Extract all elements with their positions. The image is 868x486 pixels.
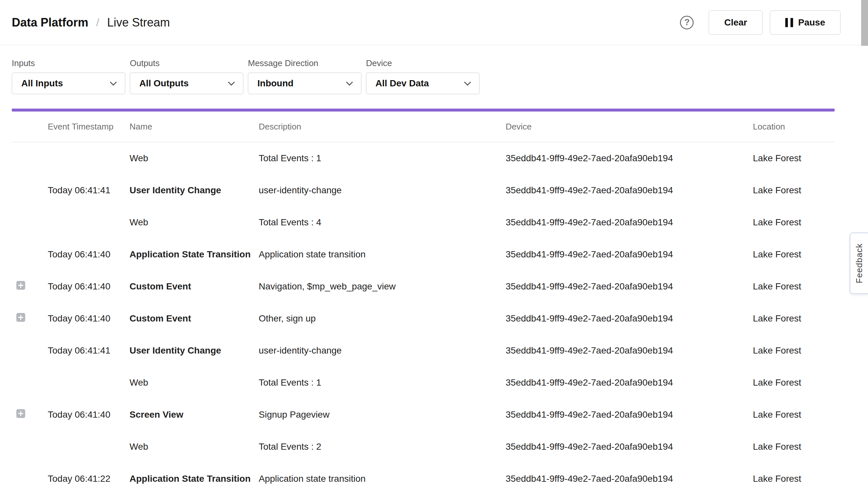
cell-device: 35eddb41-9ff9-49e2-7aed-20afa90eb194: [506, 281, 753, 292]
cell-description: Navigation, $mp_web_page_view: [259, 281, 506, 292]
chevron-down-icon: [346, 79, 353, 86]
column-event-timestamp: Event Timestamp: [48, 122, 129, 132]
accent-bar: [12, 109, 835, 112]
expand-plus-icon[interactable]: [17, 281, 25, 290]
scrollbar-thumb[interactable]: [861, 0, 868, 46]
cell-name: Web: [129, 442, 259, 452]
cell-location: Lake Forest: [753, 474, 835, 484]
column-device: Device: [506, 122, 753, 132]
cell-location: Lake Forest: [753, 377, 835, 388]
cell-location: Lake Forest: [753, 281, 835, 292]
cell-location: Lake Forest: [753, 313, 835, 324]
table-row[interactable]: Web Total Events : 1 35eddb41-9ff9-49e2-…: [12, 367, 835, 399]
filter-inputs-select[interactable]: All Inputs: [12, 72, 125, 94]
table-row[interactable]: Today 06:41:40 Custom Event Navigation, …: [12, 271, 835, 303]
cell-location: Lake Forest: [753, 249, 835, 260]
cell-name: Application State Transition: [129, 474, 259, 484]
cell-event-timestamp: Today 06:41:41: [48, 345, 129, 356]
page-title: Live Stream: [107, 16, 170, 29]
cell-location: Lake Forest: [753, 153, 835, 163]
breadcrumb-section[interactable]: Data Platform: [12, 16, 88, 29]
breadcrumb: Data Platform / Live Stream: [12, 16, 170, 29]
events-table: Event Timestamp Name Description Device …: [12, 112, 835, 486]
filter-device-label: Device: [366, 58, 479, 68]
cell-device: 35eddb41-9ff9-49e2-7aed-20afa90eb194: [506, 377, 753, 388]
cell-description: Total Events : 1: [259, 377, 506, 388]
cell-event-timestamp: Today 06:41:22: [48, 474, 129, 484]
cell-device: 35eddb41-9ff9-49e2-7aed-20afa90eb194: [506, 474, 753, 484]
filter-outputs-select[interactable]: All Outputs: [130, 72, 243, 94]
filter-inputs: Inputs All Inputs: [12, 58, 125, 94]
cell-device: 35eddb41-9ff9-49e2-7aed-20afa90eb194: [506, 345, 753, 356]
pause-button[interactable]: Pause: [770, 10, 841, 35]
filter-outputs-label: Outputs: [130, 58, 243, 68]
table-body: Web Total Events : 1 35eddb41-9ff9-49e2-…: [12, 142, 835, 486]
feedback-tab[interactable]: Feedback: [850, 233, 868, 294]
cell-event-timestamp: Today 06:41:40: [48, 281, 129, 292]
cell-name: Custom Event: [129, 281, 259, 292]
table-row[interactable]: Today 06:41:41 User Identity Change user…: [12, 174, 835, 206]
column-location: Location: [753, 122, 835, 132]
cell-device: 35eddb41-9ff9-49e2-7aed-20afa90eb194: [506, 442, 753, 452]
table-header: Event Timestamp Name Description Device …: [12, 112, 835, 142]
filter-device-value: All Dev Data: [375, 78, 429, 89]
table-row[interactable]: Web Total Events : 2 35eddb41-9ff9-49e2-…: [12, 431, 835, 463]
header-actions: ? Clear Pause: [680, 10, 840, 35]
pause-icon: [785, 18, 793, 27]
filter-device-select[interactable]: All Dev Data: [366, 72, 479, 94]
table-row[interactable]: Today 06:41:22 Application State Transit…: [12, 463, 835, 486]
expand-plus-icon[interactable]: [17, 313, 25, 322]
filter-message-direction-select[interactable]: Inbound: [248, 72, 362, 94]
filter-outputs-value: All Outputs: [139, 78, 189, 89]
cell-description: Application state transition: [259, 249, 506, 260]
cell-description: user-identity-change: [259, 345, 506, 356]
filter-outputs: Outputs All Outputs: [130, 58, 243, 94]
chevron-down-icon: [464, 79, 471, 86]
table-row[interactable]: Today 06:41:41 User Identity Change user…: [12, 335, 835, 367]
column-name: Name: [129, 122, 259, 132]
filter-message-direction-value: Inbound: [257, 78, 293, 89]
table-row[interactable]: Today 06:41:40 Custom Event Other, sign …: [12, 303, 835, 335]
cell-name: Web: [129, 377, 259, 388]
cell-device: 35eddb41-9ff9-49e2-7aed-20afa90eb194: [506, 217, 753, 227]
table-row[interactable]: Today 06:41:40 Application State Transit…: [12, 238, 835, 271]
cell-event-timestamp: Today 06:41:41: [48, 185, 129, 195]
help-icon[interactable]: ?: [680, 16, 694, 29]
cell-device: 35eddb41-9ff9-49e2-7aed-20afa90eb194: [506, 409, 753, 420]
cell-description: Total Events : 2: [259, 442, 506, 452]
cell-device: 35eddb41-9ff9-49e2-7aed-20afa90eb194: [506, 313, 753, 324]
cell-description: Application state transition: [259, 474, 506, 484]
pause-button-label: Pause: [798, 17, 826, 28]
cell-location: Lake Forest: [753, 409, 835, 420]
cell-name: Web: [129, 217, 259, 227]
expand-plus-icon[interactable]: [17, 409, 25, 418]
table-row[interactable]: Web Total Events : 4 35eddb41-9ff9-49e2-…: [12, 206, 835, 238]
cell-event-timestamp: Today 06:41:40: [48, 313, 129, 324]
filter-inputs-value: All Inputs: [21, 78, 63, 89]
cell-description: Total Events : 4: [259, 217, 506, 227]
clear-button[interactable]: Clear: [709, 10, 762, 35]
cell-location: Lake Forest: [753, 217, 835, 227]
page-header: Data Platform / Live Stream ? Clear Paus…: [0, 0, 868, 45]
table-row[interactable]: Web Total Events : 1 35eddb41-9ff9-49e2-…: [12, 142, 835, 174]
chevron-down-icon: [110, 79, 117, 86]
cell-name: Screen View: [129, 409, 259, 420]
cell-device: 35eddb41-9ff9-49e2-7aed-20afa90eb194: [506, 249, 753, 260]
filter-message-direction-label: Message Direction: [248, 58, 362, 68]
cell-description: user-identity-change: [259, 185, 506, 195]
feedback-tab-label: Feedback: [854, 243, 864, 283]
cell-device: 35eddb41-9ff9-49e2-7aed-20afa90eb194: [506, 185, 753, 195]
column-description: Description: [259, 122, 506, 132]
cell-location: Lake Forest: [753, 185, 835, 195]
filters-bar: Inputs All Inputs Outputs All Outputs Me…: [0, 45, 868, 94]
cell-name: Web: [129, 153, 259, 163]
cell-location: Lake Forest: [753, 345, 835, 356]
cell-event-timestamp: Today 06:41:40: [48, 409, 129, 420]
table-row[interactable]: Today 06:41:40 Screen View Signup Pagevi…: [12, 399, 835, 431]
cell-name: Application State Transition: [129, 249, 259, 260]
filter-inputs-label: Inputs: [12, 58, 125, 68]
cell-event-timestamp: Today 06:41:40: [48, 249, 129, 260]
cell-name: User Identity Change: [129, 185, 259, 195]
breadcrumb-separator: /: [96, 16, 99, 29]
cell-description: Total Events : 1: [259, 153, 506, 163]
